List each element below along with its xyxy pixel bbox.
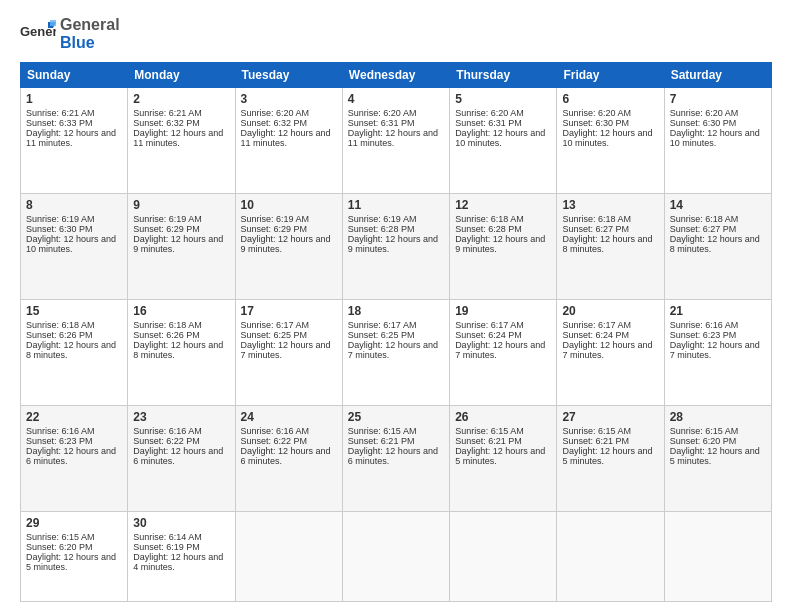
day-number: 8 (26, 198, 122, 212)
sunrise-text: Sunrise: 6:16 AM (670, 320, 739, 330)
table-row (664, 511, 771, 601)
sunrise-text: Sunrise: 6:18 AM (670, 214, 739, 224)
sunrise-text: Sunrise: 6:19 AM (348, 214, 417, 224)
daylight-text: Daylight: 12 hours and 7 minutes. (241, 340, 331, 360)
sunset-text: Sunset: 6:20 PM (26, 542, 93, 552)
sunrise-text: Sunrise: 6:16 AM (26, 426, 95, 436)
daylight-text: Daylight: 12 hours and 8 minutes. (133, 340, 223, 360)
sunset-text: Sunset: 6:29 PM (241, 224, 308, 234)
table-row: 28 Sunrise: 6:15 AM Sunset: 6:20 PM Dayl… (664, 405, 771, 511)
sunset-text: Sunset: 6:32 PM (241, 118, 308, 128)
sunset-text: Sunset: 6:22 PM (133, 436, 200, 446)
table-row: 30 Sunrise: 6:14 AM Sunset: 6:19 PM Dayl… (128, 511, 235, 601)
logo-bird-icon: General (20, 20, 56, 48)
day-number: 11 (348, 198, 444, 212)
sunrise-text: Sunrise: 6:20 AM (455, 108, 524, 118)
sunset-text: Sunset: 6:19 PM (133, 542, 200, 552)
day-number: 21 (670, 304, 766, 318)
sunset-text: Sunset: 6:28 PM (455, 224, 522, 234)
sunset-text: Sunset: 6:23 PM (670, 330, 737, 340)
day-number: 2 (133, 92, 229, 106)
header-thursday: Thursday (450, 63, 557, 88)
table-row: 13 Sunrise: 6:18 AM Sunset: 6:27 PM Dayl… (557, 193, 664, 299)
table-row: 3 Sunrise: 6:20 AM Sunset: 6:32 PM Dayli… (235, 88, 342, 194)
daylight-text: Daylight: 12 hours and 11 minutes. (241, 128, 331, 148)
sunset-text: Sunset: 6:22 PM (241, 436, 308, 446)
table-row: 23 Sunrise: 6:16 AM Sunset: 6:22 PM Dayl… (128, 405, 235, 511)
sunrise-text: Sunrise: 6:17 AM (348, 320, 417, 330)
sunrise-text: Sunrise: 6:21 AM (26, 108, 95, 118)
sunset-text: Sunset: 6:26 PM (26, 330, 93, 340)
sunrise-text: Sunrise: 6:19 AM (133, 214, 202, 224)
sunrise-text: Sunrise: 6:21 AM (133, 108, 202, 118)
daylight-text: Daylight: 12 hours and 5 minutes. (26, 552, 116, 572)
daylight-text: Daylight: 12 hours and 10 minutes. (26, 234, 116, 254)
sunset-text: Sunset: 6:31 PM (348, 118, 415, 128)
sunset-text: Sunset: 6:29 PM (133, 224, 200, 234)
sunrise-text: Sunrise: 6:15 AM (562, 426, 631, 436)
sunrise-text: Sunrise: 6:20 AM (670, 108, 739, 118)
header-friday: Friday (557, 63, 664, 88)
day-number: 20 (562, 304, 658, 318)
header-sunday: Sunday (21, 63, 128, 88)
table-row: 12 Sunrise: 6:18 AM Sunset: 6:28 PM Dayl… (450, 193, 557, 299)
table-row: 29 Sunrise: 6:15 AM Sunset: 6:20 PM Dayl… (21, 511, 128, 601)
table-row: 16 Sunrise: 6:18 AM Sunset: 6:26 PM Dayl… (128, 299, 235, 405)
daylight-text: Daylight: 12 hours and 11 minutes. (133, 128, 223, 148)
daylight-text: Daylight: 12 hours and 7 minutes. (455, 340, 545, 360)
sunrise-text: Sunrise: 6:19 AM (241, 214, 310, 224)
day-number: 9 (133, 198, 229, 212)
day-number: 1 (26, 92, 122, 106)
table-row: 17 Sunrise: 6:17 AM Sunset: 6:25 PM Dayl… (235, 299, 342, 405)
table-row: 25 Sunrise: 6:15 AM Sunset: 6:21 PM Dayl… (342, 405, 449, 511)
day-number: 27 (562, 410, 658, 424)
table-row: 6 Sunrise: 6:20 AM Sunset: 6:30 PM Dayli… (557, 88, 664, 194)
header: General General Blue (20, 16, 772, 52)
sunrise-text: Sunrise: 6:15 AM (26, 532, 95, 542)
sunset-text: Sunset: 6:24 PM (562, 330, 629, 340)
sunrise-text: Sunrise: 6:16 AM (241, 426, 310, 436)
daylight-text: Daylight: 12 hours and 10 minutes. (455, 128, 545, 148)
sunset-text: Sunset: 6:26 PM (133, 330, 200, 340)
daylight-text: Daylight: 12 hours and 6 minutes. (348, 446, 438, 466)
daylight-text: Daylight: 12 hours and 9 minutes. (241, 234, 331, 254)
day-number: 25 (348, 410, 444, 424)
sunset-text: Sunset: 6:24 PM (455, 330, 522, 340)
day-number: 14 (670, 198, 766, 212)
table-row: 8 Sunrise: 6:19 AM Sunset: 6:30 PM Dayli… (21, 193, 128, 299)
table-row: 9 Sunrise: 6:19 AM Sunset: 6:29 PM Dayli… (128, 193, 235, 299)
daylight-text: Daylight: 12 hours and 7 minutes. (562, 340, 652, 360)
header-wednesday: Wednesday (342, 63, 449, 88)
sunrise-text: Sunrise: 6:20 AM (562, 108, 631, 118)
sunrise-text: Sunrise: 6:18 AM (562, 214, 631, 224)
sunset-text: Sunset: 6:30 PM (26, 224, 93, 234)
logo-blue-text: Blue (60, 34, 95, 51)
daylight-text: Daylight: 12 hours and 6 minutes. (241, 446, 331, 466)
daylight-text: Daylight: 12 hours and 8 minutes. (26, 340, 116, 360)
day-number: 28 (670, 410, 766, 424)
table-row: 22 Sunrise: 6:16 AM Sunset: 6:23 PM Dayl… (21, 405, 128, 511)
day-number: 23 (133, 410, 229, 424)
sunset-text: Sunset: 6:28 PM (348, 224, 415, 234)
daylight-text: Daylight: 12 hours and 5 minutes. (455, 446, 545, 466)
header-tuesday: Tuesday (235, 63, 342, 88)
table-row: 1 Sunrise: 6:21 AM Sunset: 6:33 PM Dayli… (21, 88, 128, 194)
daylight-text: Daylight: 12 hours and 10 minutes. (670, 128, 760, 148)
daylight-text: Daylight: 12 hours and 11 minutes. (26, 128, 116, 148)
day-number: 26 (455, 410, 551, 424)
table-row: 21 Sunrise: 6:16 AM Sunset: 6:23 PM Dayl… (664, 299, 771, 405)
daylight-text: Daylight: 12 hours and 5 minutes. (562, 446, 652, 466)
header-saturday: Saturday (664, 63, 771, 88)
weekday-header-row: Sunday Monday Tuesday Wednesday Thursday… (21, 63, 772, 88)
day-number: 7 (670, 92, 766, 106)
sunrise-text: Sunrise: 6:15 AM (348, 426, 417, 436)
sunset-text: Sunset: 6:30 PM (562, 118, 629, 128)
sunrise-text: Sunrise: 6:15 AM (670, 426, 739, 436)
day-number: 17 (241, 304, 337, 318)
day-number: 6 (562, 92, 658, 106)
header-monday: Monday (128, 63, 235, 88)
daylight-text: Daylight: 12 hours and 9 minutes. (133, 234, 223, 254)
table-row (235, 511, 342, 601)
table-row: 2 Sunrise: 6:21 AM Sunset: 6:32 PM Dayli… (128, 88, 235, 194)
table-row: 27 Sunrise: 6:15 AM Sunset: 6:21 PM Dayl… (557, 405, 664, 511)
